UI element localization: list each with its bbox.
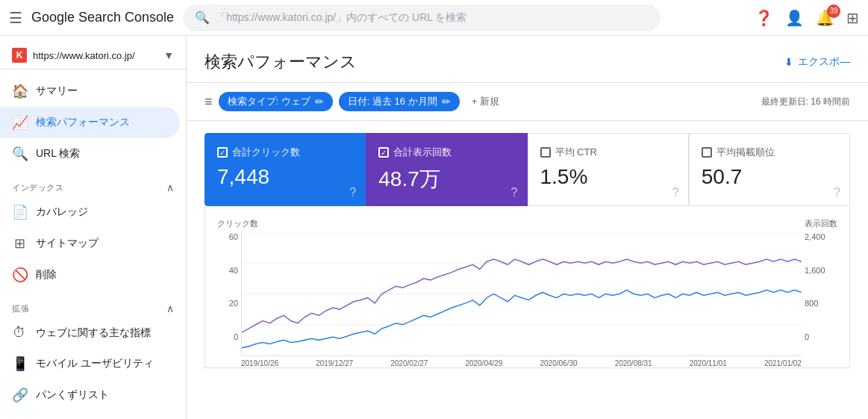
y-right-label: 表示回数 [805, 218, 837, 229]
index-section-chevron[interactable]: ∧ [166, 181, 175, 193]
filter-bar: ≡ 検索タイプ: ウェブ ✏ 日付: 過去 16 か月間 ✏ + 新規 最終更新… [187, 83, 868, 121]
coverage-icon: 📄 [12, 204, 27, 220]
metric-checkbox-impressions[interactable] [378, 147, 389, 158]
y-left-label: クリック数 [217, 218, 258, 229]
y-right-2400: 2,400 [805, 232, 837, 241]
sidebar-item-url-inspection[interactable]: 🔍 URL 検索 [0, 138, 180, 170]
metric-card-header-ctr: 平均 CTR [540, 146, 676, 159]
site-url: https://www.katori.co.jp/ [33, 50, 157, 61]
help-icon[interactable]: ❓ [755, 9, 773, 27]
chart-plot [241, 232, 802, 356]
metric-checkbox-clicks[interactable] [217, 147, 228, 158]
enhancements-section-chevron[interactable]: ∧ [166, 302, 175, 314]
chart-container: クリック数 表示回数 60 40 20 0 [204, 206, 850, 368]
metric-help-ctr[interactable]: ? [672, 186, 679, 199]
page-header: 検索パフォーマンス ⬇ エクスポ― [187, 36, 868, 83]
metric-label-position: 平均掲載順位 [716, 146, 775, 159]
metric-card-header-impressions: 合計表示回数 [378, 146, 514, 159]
chart-wrapper: クリック数 表示回数 60 40 20 0 [217, 218, 837, 367]
metric-card-ctr[interactable]: 平均 CTR 1.5% ? [528, 133, 689, 206]
sidebar-item-sitemap[interactable]: ⊞ サイトマップ [0, 228, 180, 259]
sidebar-item-summary[interactable]: 🏠 サマリー [0, 75, 180, 107]
metric-card-header-position: 平均掲載順位 [702, 146, 837, 159]
y-right-1600: 1,600 [805, 266, 837, 275]
search-nav-icon: 🔍 [12, 146, 27, 162]
removal-icon: 🚫 [12, 267, 27, 283]
metric-help-clicks[interactable]: ? [349, 186, 356, 199]
x-label-3: 2020/04/29 [465, 359, 502, 367]
filter-toggle-icon[interactable]: ≡ [204, 94, 213, 110]
sidebar-item-coverage[interactable]: 📄 カバレッジ [0, 196, 180, 228]
search-icon: 🔍 [195, 10, 210, 25]
page-title: 検索パフォーマンス [204, 51, 357, 73]
y-right-0: 0 [805, 332, 837, 341]
y-axis-right: 2,400 1,600 800 0 [802, 232, 837, 356]
enhancements-section-header: 拡張 ∧ [0, 291, 186, 317]
sidebar-item-label-breadcrumbs: パンくずリスト [36, 388, 109, 402]
trending-icon: 📈 [12, 114, 27, 131]
x-label-5: 2020/08/31 [615, 359, 652, 367]
metric-checkbox-ctr[interactable] [540, 147, 551, 158]
sidebar-item-label-coverage: カバレッジ [36, 205, 88, 219]
search-type-edit-icon: ✏ [315, 96, 324, 108]
sidebar-item-label-url: URL 検索 [36, 147, 80, 161]
metric-card-position[interactable]: 平均掲載順位 50.7 ? [689, 133, 850, 206]
date-chip[interactable]: 日付: 過去 16 か月間 ✏ [339, 92, 460, 111]
sidebar-item-mobile-usability[interactable]: 📱 モバイル ユーザビリティ [0, 348, 180, 379]
app-logo: Google Search Console [31, 10, 174, 25]
metric-checkbox-position[interactable] [702, 147, 712, 158]
site-favicon: K [12, 48, 27, 63]
x-axis-labels: 2019/10/26 2019/12/27 2020/02/27 2020/04… [217, 356, 837, 367]
x-label-4: 2020/06/30 [540, 359, 578, 367]
chart-top-labels: クリック数 表示回数 [217, 218, 837, 229]
x-label-1: 2019/12/27 [316, 359, 353, 367]
top-bar-actions: ❓ 👤 🔔 39 ⊞ [755, 9, 859, 27]
last-updated-label: 最終更新日: 16 時間前 [761, 96, 850, 108]
metric-card-impressions[interactable]: 合計表示回数 48.7万 ? [366, 133, 527, 206]
chart-area: 60 40 20 0 [217, 232, 837, 356]
export-button[interactable]: ⬇ エクスポ― [784, 55, 850, 69]
y-right-800: 800 [805, 299, 837, 308]
search-type-label: 検索タイプ: ウェブ [228, 95, 310, 108]
home-icon: 🏠 [12, 83, 27, 99]
metric-value-impressions: 48.7万 [378, 165, 514, 193]
x-label-7: 2021/01/02 [764, 359, 802, 367]
sidebar-item-web-vitals[interactable]: ⏱ ウェブに関する主な指標 [0, 317, 180, 348]
metric-label-clicks: 合計クリック数 [232, 146, 300, 159]
metric-help-impressions[interactable]: ? [511, 186, 518, 199]
sidebar-item-label-removal: 削除 [36, 268, 57, 282]
new-filter-label: + 新規 [472, 95, 499, 108]
account-icon[interactable]: 👤 [785, 9, 804, 27]
metric-value-clicks: 7,448 [217, 165, 353, 189]
sidebar-item-label-sitemap: サイトマップ [36, 237, 99, 250]
export-icon: ⬇ [784, 56, 793, 68]
x-label-6: 2020/11/01 [690, 359, 727, 367]
metric-label-impressions: 合計表示回数 [393, 146, 452, 159]
search-bar[interactable]: 🔍 「https://www.katori.co.jp/」内のすべての URL … [183, 4, 661, 31]
sidebar-item-label-summary: サマリー [36, 84, 78, 98]
sidebar-item-label-performance: 検索パフォーマンス [36, 116, 130, 129]
sidebar-item-search-performance[interactable]: 📈 検索パフォーマンス [0, 107, 180, 138]
metric-value-ctr: 1.5% [540, 165, 676, 189]
x-label-0: 2019/10/26 [241, 359, 278, 367]
sidebar-item-removal[interactable]: 🚫 削除 [0, 259, 180, 291]
notification-icon[interactable]: 🔔 39 [816, 9, 834, 27]
new-filter-button[interactable]: + 新規 [466, 92, 505, 111]
y-left-60: 60 [217, 232, 238, 241]
mobile-icon: 📱 [12, 356, 27, 372]
search-type-chip[interactable]: 検索タイプ: ウェブ ✏ [219, 92, 333, 111]
menu-icon[interactable]: ☰ [9, 9, 22, 27]
sidebar-item-breadcrumbs[interactable]: 🔗 パンくずリスト [0, 379, 180, 411]
apps-icon[interactable]: ⊞ [846, 9, 859, 27]
site-selector[interactable]: K https://www.katori.co.jp/ ▼ [0, 42, 186, 69]
y-axis-left: 60 40 20 0 [217, 232, 241, 356]
y-left-20: 20 [217, 299, 238, 308]
metric-card-clicks[interactable]: 合計クリック数 7,448 ? [204, 133, 366, 206]
vitals-icon: ⏱ [12, 325, 27, 341]
sidebar-item-label-vitals: ウェブに関する主な指標 [36, 326, 151, 340]
y-left-0: 0 [217, 332, 238, 341]
breadcrumbs-icon: 🔗 [12, 387, 27, 403]
metric-help-position[interactable]: ? [834, 186, 840, 199]
x-label-2: 2020/02/27 [390, 359, 428, 367]
main-layout: K https://www.katori.co.jp/ ▼ 🏠 サマリー 📈 検… [0, 36, 868, 419]
